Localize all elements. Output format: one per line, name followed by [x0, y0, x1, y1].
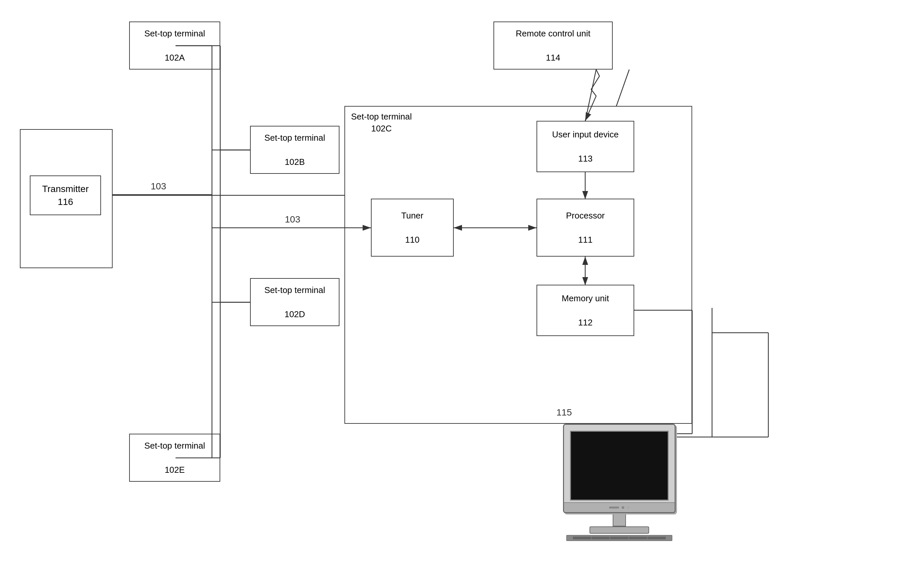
- monitor-stand-neck: [613, 513, 626, 527]
- monitor-body: [563, 424, 676, 513]
- monitor-screen: [570, 431, 669, 500]
- monitor-keyboard: [566, 535, 672, 541]
- svg-text:103: 103: [151, 181, 166, 191]
- svg-line-36: [585, 69, 596, 122]
- arrows-svg: 103 103 115: [0, 0, 924, 586]
- monitor: [563, 424, 676, 541]
- diagram: Headend 101 Transmitter 116 Set-top term…: [0, 0, 924, 586]
- svg-text:115: 115: [556, 407, 572, 418]
- svg-text:103: 103: [285, 214, 300, 224]
- monitor-stand-base: [589, 527, 649, 534]
- monitor-bottom-bar: [564, 502, 675, 512]
